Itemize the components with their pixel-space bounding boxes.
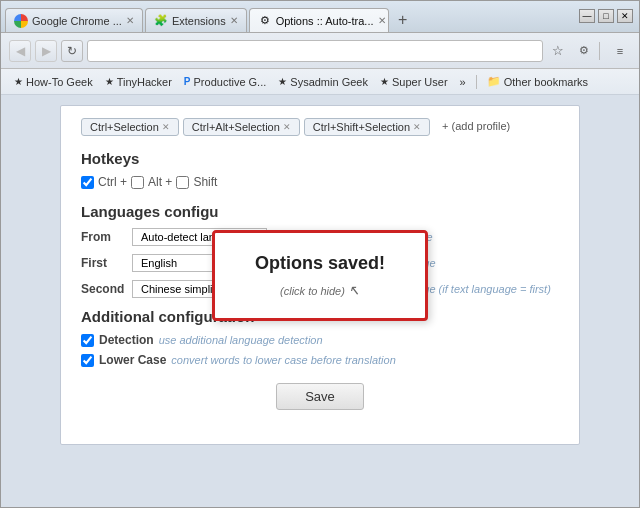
tab-chrome[interactable]: Google Chrome ... ✕ [5,8,143,32]
tab-options-close[interactable]: ✕ [378,15,386,26]
new-tab-button[interactable]: + [391,10,415,30]
back-icon: ◀ [16,44,25,58]
bookmark-other[interactable]: 📁 Other bookmarks [482,73,593,90]
tab-options[interactable]: ⚙ Options :: Auto-tra... ✕ [249,8,389,32]
tab-chrome-label: Google Chrome ... [32,15,122,27]
tab-extensions-close[interactable]: ✕ [230,15,238,26]
chrome-menu-button[interactable]: ≡ [609,40,631,62]
popup-hint: (click to hide) ↖ [255,282,385,298]
more-label: » [460,76,466,88]
tinyhacker-icon: ★ [105,76,114,87]
bookmarks-separator [476,75,477,89]
page-tools-button[interactable]: ⚙ [573,40,595,62]
superuser-icon: ★ [380,76,389,87]
bookmark-star-button[interactable]: ☆ [547,40,569,62]
window-controls: — □ ✕ [573,5,639,27]
superuser-label: Super User [392,76,448,88]
minimize-button[interactable]: — [579,9,595,23]
bookmark-howtgeek[interactable]: ★ How-To Geek [9,74,98,90]
bookmark-star-icon: ☆ [552,43,564,58]
bookmark-superuser[interactable]: ★ Super User [375,74,453,90]
sysadmin-label: Sysadmin Geek [290,76,368,88]
tab-extensions[interactable]: 🧩 Extensions ✕ [145,8,247,32]
chrome-menu-icon: ≡ [617,45,623,57]
howtgeek-label: How-To Geek [26,76,93,88]
forward-button[interactable]: ▶ [35,40,57,62]
options-saved-popup[interactable]: Options saved! (click to hide) ↖ [212,230,428,321]
bookmark-productive[interactable]: P Productive G... [179,74,271,90]
productive-label: Productive G... [194,76,267,88]
back-button[interactable]: ◀ [9,40,31,62]
tab-chrome-close[interactable]: ✕ [126,15,134,26]
bookmark-tinyhacker[interactable]: ★ TinyHacker [100,74,177,90]
popup-hint-text: (click to hide) [280,285,345,297]
popup-overlay: Options saved! (click to hide) ↖ [61,106,579,444]
popup-title: Options saved! [255,253,385,274]
folder-icon: 📁 [487,75,501,88]
cursor-icon: ↖ [348,282,360,298]
ext-tab-icon: 🧩 [154,14,168,28]
navbar: ◀ ▶ ↻ ☆ ⚙ ≡ [1,33,639,69]
reload-icon: ↻ [67,44,77,58]
titlebar: Google Chrome ... ✕ 🧩 Extensions ✕ ⚙ Opt… [1,1,639,33]
address-bar[interactable] [87,40,543,62]
howtgeek-icon: ★ [14,76,23,87]
maximize-button[interactable]: □ [598,9,614,23]
content-box: Ctrl+Selection ✕ Ctrl+Alt+Selection ✕ Ct… [60,105,580,445]
page-area: Ctrl+Selection ✕ Ctrl+Alt+Selection ✕ Ct… [1,95,639,507]
bookmark-sysadmin[interactable]: ★ Sysadmin Geek [273,74,373,90]
bookmarks-bar: ★ How-To Geek ★ TinyHacker P Productive … [1,69,639,95]
options-tab-icon: ⚙ [258,14,272,28]
page-tools-icon: ⚙ [579,44,589,57]
tab-options-label: Options :: Auto-tra... [276,15,374,27]
other-bookmarks-label: Other bookmarks [504,76,588,88]
forward-icon: ▶ [42,44,51,58]
sysadmin-icon: ★ [278,76,287,87]
close-button[interactable]: ✕ [617,9,633,23]
productive-icon: P [184,76,191,87]
browser-window: Google Chrome ... ✕ 🧩 Extensions ✕ ⚙ Opt… [0,0,640,508]
tinyhacker-label: TinyHacker [117,76,172,88]
separator [599,42,605,60]
reload-button[interactable]: ↻ [61,40,83,62]
tabs-row: Google Chrome ... ✕ 🧩 Extensions ✕ ⚙ Opt… [1,1,573,32]
bookmark-more[interactable]: » [455,74,471,90]
tab-extensions-label: Extensions [172,15,226,27]
chrome-tab-icon [14,14,28,28]
